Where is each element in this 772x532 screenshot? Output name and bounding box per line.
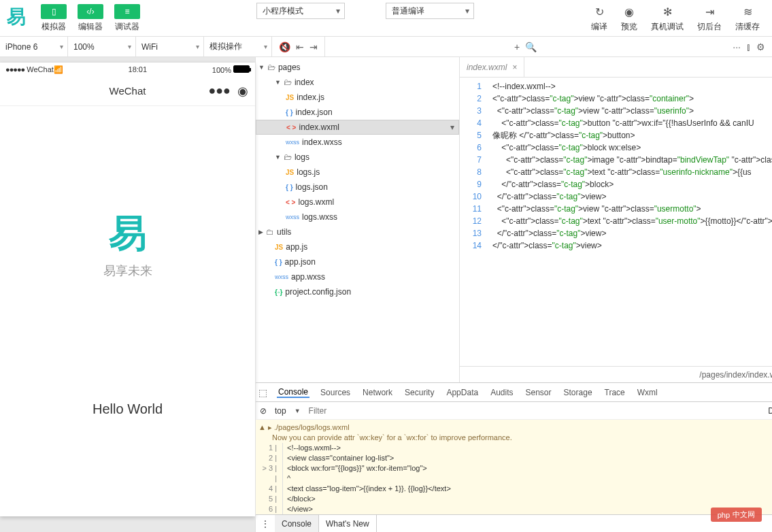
- folder-label: utils: [277, 227, 291, 237]
- drawer-console-tab[interactable]: Console: [275, 515, 319, 533]
- realdevice-button[interactable]: ✻真机调试: [644, 3, 690, 34]
- file-indexjs[interactable]: JS index.js: [256, 90, 459, 105]
- file-indexjson[interactable]: { } index.json: [256, 105, 459, 120]
- compile-select[interactable]: 普通编译: [386, 3, 474, 19]
- wxml-icon: < >: [286, 124, 296, 131]
- more-icon[interactable]: ···: [733, 41, 741, 52]
- settings-icon[interactable]: ⚙: [756, 41, 765, 52]
- inspect-icon[interactable]: ⬚: [258, 387, 267, 398]
- folder-utils[interactable]: ▶ 🗀 utils: [256, 225, 459, 239]
- trace-tab[interactable]: Trace: [603, 388, 626, 397]
- file-appjs[interactable]: JS app.js: [256, 239, 459, 254]
- sensor-tab[interactable]: Sensor: [524, 388, 553, 397]
- top-toolbar: 易 ▯模拟器 ‹/›编辑器 ≡调试器 小程序模式 普通编译 ↻编译 ◉预览 ✻真…: [0, 0, 772, 37]
- preview-label: 预览: [621, 21, 637, 33]
- add-icon[interactable]: +: [514, 41, 520, 52]
- appdata-tab[interactable]: AppData: [445, 388, 480, 397]
- background-button[interactable]: ⇥切后台: [690, 3, 728, 34]
- watermark-label: 中文网: [733, 510, 755, 520]
- editor-tab-indexwxml[interactable]: index.wxml×: [460, 57, 524, 78]
- js-icon: JS: [275, 244, 283, 251]
- file-label: logs.js: [297, 167, 320, 177]
- filter-input[interactable]: [309, 406, 760, 416]
- mute-icon[interactable]: 🔇: [279, 41, 290, 52]
- editor-column: ▼ 🗁 pages ▼ 🗁 index JS index.js { } inde…: [255, 57, 772, 532]
- expand-icon[interactable]: ⇥: [309, 41, 318, 52]
- search-icon[interactable]: 🔍: [525, 41, 537, 52]
- folder-pages[interactable]: ▼ 🗁 pages: [256, 60, 459, 75]
- file-label: app.wxss: [291, 272, 325, 282]
- audits-tab[interactable]: Audits: [489, 388, 514, 397]
- file-label: index.json: [296, 107, 333, 117]
- levels-select[interactable]: Default levels ▼: [768, 406, 772, 416]
- console-output[interactable]: ▲ ▸ ./pages/logs/logs.wxml Now you can p…: [256, 420, 772, 514]
- split-icon[interactable]: ⫿: [746, 41, 751, 52]
- mode-select[interactable]: 小程序模式: [256, 3, 345, 19]
- code-area[interactable]: <!--index.wxml--><"c-attr">class="c-tag"…: [490, 78, 772, 366]
- context-select[interactable]: top: [275, 406, 286, 416]
- file-logswxss[interactable]: wxss logs.wxss: [256, 210, 459, 225]
- security-tab[interactable]: Security: [403, 388, 435, 397]
- file-indexwxss[interactable]: wxss index.wxss: [256, 135, 459, 150]
- file-appwxss[interactable]: wxss app.wxss: [256, 269, 459, 284]
- file-label: logs.wxml: [298, 197, 334, 207]
- editor-body[interactable]: 1234567891011121314 <!--index.wxml--><"c…: [460, 78, 772, 366]
- simulator-panel: ●●●●● WeChat📶 18:01 100% WeChat ●●● ◉ 易 …: [0, 57, 255, 532]
- wxss-icon: wxss: [275, 273, 288, 280]
- wxss-icon: wxss: [286, 139, 299, 146]
- editor-statusbar: /pages/index/index.wxml 512 B: [460, 366, 772, 382]
- preview-button[interactable]: ◉预览: [614, 3, 644, 34]
- code-editor: index.wxml× 1234567891011121314 <!--inde…: [460, 57, 772, 382]
- folder-logs[interactable]: ▼ 🗁 logs: [256, 150, 459, 165]
- compile-label: 编译: [591, 21, 607, 33]
- storage-tab[interactable]: Storage: [563, 388, 594, 397]
- target-icon[interactable]: ◉: [237, 84, 248, 99]
- zoom-select[interactable]: 100%: [68, 37, 136, 57]
- file-indexwxml[interactable]: < > index.wxml: [256, 120, 459, 135]
- json-icon: { }: [286, 184, 293, 191]
- compile-button[interactable]: ↻编译: [584, 3, 614, 34]
- clearcache-button[interactable]: ≋清缓存: [728, 3, 767, 34]
- clear-icon[interactable]: ⊘: [260, 406, 267, 416]
- menu-dots-icon[interactable]: ●●●: [208, 84, 231, 98]
- network-tab[interactable]: Network: [361, 388, 394, 397]
- mock-select[interactable]: 模拟操作: [204, 37, 272, 57]
- app-logo-icon: 易: [5, 3, 29, 26]
- debugger-label: 调试器: [115, 21, 139, 33]
- carrier-label: WeChat: [27, 65, 54, 73]
- watermark-badge: php中文网: [711, 508, 762, 522]
- tab-label: index.wxml: [467, 63, 507, 72]
- file-appjson[interactable]: { } app.json: [256, 254, 459, 269]
- device-select[interactable]: iPhone 6: [0, 37, 68, 57]
- drawer-icon[interactable]: ⋮: [256, 519, 275, 529]
- wxml-tab[interactable]: Wxml: [636, 388, 659, 397]
- devtools-tabs: ⬚ Console Sources Network Security AppDa…: [256, 383, 772, 402]
- js-icon: JS: [286, 94, 294, 101]
- network-select[interactable]: WiFi: [136, 37, 204, 57]
- folder-index[interactable]: ▼ 🗁 index: [256, 75, 459, 90]
- simulator-label: 模拟器: [41, 21, 66, 33]
- file-logsjson[interactable]: { } logs.json: [256, 180, 459, 195]
- battery-label: 100%: [212, 66, 231, 74]
- file-logsjs[interactable]: JS logs.js: [256, 165, 459, 180]
- editor-tab[interactable]: ‹/›编辑器: [72, 3, 109, 34]
- file-logswxml[interactable]: < > logs.wxml: [256, 195, 459, 210]
- bg-label: 切后台: [697, 21, 722, 33]
- drawer-whatsnew-tab[interactable]: What's New: [319, 515, 377, 533]
- main-area: ●●●●● WeChat📶 18:01 100% WeChat ●●● ◉ 易 …: [0, 57, 772, 532]
- file-projectcfg[interactable]: {◦} project.config.json: [256, 284, 459, 299]
- editor-label: 编辑器: [78, 21, 103, 33]
- simulator-tab[interactable]: ▯模拟器: [35, 3, 72, 34]
- close-icon[interactable]: ×: [512, 63, 517, 72]
- warn-path: ./pages/logs/logs.wxml: [274, 423, 350, 431]
- sources-tab[interactable]: Sources: [319, 388, 352, 397]
- collapse-icon[interactable]: ⇤: [296, 41, 304, 52]
- debugger-tab[interactable]: ≡调试器: [109, 3, 146, 34]
- signal-icon: ●●●●●: [5, 65, 24, 73]
- chevron-down-icon: ▼: [275, 79, 281, 86]
- console-tab[interactable]: Console: [277, 387, 309, 398]
- file-tree: ▼ 🗁 pages ▼ 🗁 index JS index.js { } inde…: [256, 57, 460, 382]
- nav-title: WeChat: [110, 85, 146, 97]
- folder-icon: 🗀: [266, 227, 274, 237]
- debug-icon: ✻: [663, 4, 672, 19]
